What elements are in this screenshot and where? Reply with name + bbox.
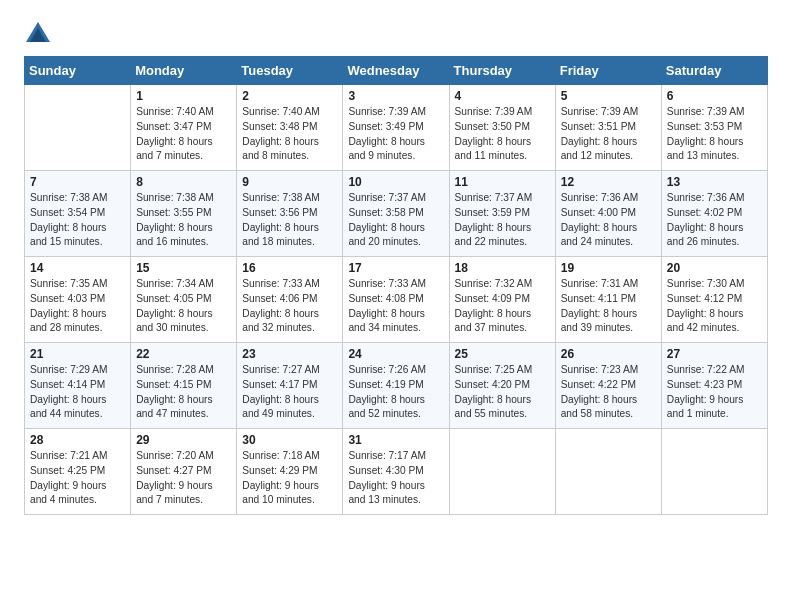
day-number: 31 bbox=[348, 433, 443, 447]
day-info: Sunrise: 7:33 AM Sunset: 4:06 PM Dayligh… bbox=[242, 277, 337, 336]
calendar-cell: 20Sunrise: 7:30 AM Sunset: 4:12 PM Dayli… bbox=[661, 257, 767, 343]
day-info: Sunrise: 7:33 AM Sunset: 4:08 PM Dayligh… bbox=[348, 277, 443, 336]
week-row-5: 28Sunrise: 7:21 AM Sunset: 4:25 PM Dayli… bbox=[25, 429, 768, 515]
day-number: 29 bbox=[136, 433, 231, 447]
calendar-cell: 26Sunrise: 7:23 AM Sunset: 4:22 PM Dayli… bbox=[555, 343, 661, 429]
day-number: 5 bbox=[561, 89, 656, 103]
calendar-cell: 2Sunrise: 7:40 AM Sunset: 3:48 PM Daylig… bbox=[237, 85, 343, 171]
day-info: Sunrise: 7:39 AM Sunset: 3:50 PM Dayligh… bbox=[455, 105, 550, 164]
day-info: Sunrise: 7:26 AM Sunset: 4:19 PM Dayligh… bbox=[348, 363, 443, 422]
day-number: 26 bbox=[561, 347, 656, 361]
days-header-row: SundayMondayTuesdayWednesdayThursdayFrid… bbox=[25, 57, 768, 85]
calendar-table: SundayMondayTuesdayWednesdayThursdayFrid… bbox=[24, 56, 768, 515]
calendar-cell: 25Sunrise: 7:25 AM Sunset: 4:20 PM Dayli… bbox=[449, 343, 555, 429]
day-number: 11 bbox=[455, 175, 550, 189]
day-info: Sunrise: 7:39 AM Sunset: 3:53 PM Dayligh… bbox=[667, 105, 762, 164]
day-info: Sunrise: 7:20 AM Sunset: 4:27 PM Dayligh… bbox=[136, 449, 231, 508]
day-info: Sunrise: 7:40 AM Sunset: 3:47 PM Dayligh… bbox=[136, 105, 231, 164]
day-info: Sunrise: 7:38 AM Sunset: 3:54 PM Dayligh… bbox=[30, 191, 125, 250]
calendar-cell: 3Sunrise: 7:39 AM Sunset: 3:49 PM Daylig… bbox=[343, 85, 449, 171]
calendar-cell: 15Sunrise: 7:34 AM Sunset: 4:05 PM Dayli… bbox=[131, 257, 237, 343]
week-row-2: 7Sunrise: 7:38 AM Sunset: 3:54 PM Daylig… bbox=[25, 171, 768, 257]
day-number: 12 bbox=[561, 175, 656, 189]
day-info: Sunrise: 7:31 AM Sunset: 4:11 PM Dayligh… bbox=[561, 277, 656, 336]
calendar-cell: 9Sunrise: 7:38 AM Sunset: 3:56 PM Daylig… bbox=[237, 171, 343, 257]
day-header-tuesday: Tuesday bbox=[237, 57, 343, 85]
day-info: Sunrise: 7:35 AM Sunset: 4:03 PM Dayligh… bbox=[30, 277, 125, 336]
logo bbox=[24, 20, 56, 48]
calendar-cell: 21Sunrise: 7:29 AM Sunset: 4:14 PM Dayli… bbox=[25, 343, 131, 429]
day-number: 9 bbox=[242, 175, 337, 189]
day-number: 24 bbox=[348, 347, 443, 361]
day-number: 19 bbox=[561, 261, 656, 275]
calendar-cell: 17Sunrise: 7:33 AM Sunset: 4:08 PM Dayli… bbox=[343, 257, 449, 343]
calendar-cell bbox=[25, 85, 131, 171]
day-header-friday: Friday bbox=[555, 57, 661, 85]
calendar-cell: 12Sunrise: 7:36 AM Sunset: 4:00 PM Dayli… bbox=[555, 171, 661, 257]
day-info: Sunrise: 7:28 AM Sunset: 4:15 PM Dayligh… bbox=[136, 363, 231, 422]
day-info: Sunrise: 7:39 AM Sunset: 3:49 PM Dayligh… bbox=[348, 105, 443, 164]
calendar-cell: 14Sunrise: 7:35 AM Sunset: 4:03 PM Dayli… bbox=[25, 257, 131, 343]
day-info: Sunrise: 7:25 AM Sunset: 4:20 PM Dayligh… bbox=[455, 363, 550, 422]
day-number: 10 bbox=[348, 175, 443, 189]
logo-icon bbox=[24, 20, 52, 48]
header bbox=[24, 20, 768, 48]
day-header-sunday: Sunday bbox=[25, 57, 131, 85]
day-info: Sunrise: 7:30 AM Sunset: 4:12 PM Dayligh… bbox=[667, 277, 762, 336]
day-info: Sunrise: 7:38 AM Sunset: 3:55 PM Dayligh… bbox=[136, 191, 231, 250]
calendar-cell: 11Sunrise: 7:37 AM Sunset: 3:59 PM Dayli… bbox=[449, 171, 555, 257]
calendar-cell: 19Sunrise: 7:31 AM Sunset: 4:11 PM Dayli… bbox=[555, 257, 661, 343]
calendar-cell: 1Sunrise: 7:40 AM Sunset: 3:47 PM Daylig… bbox=[131, 85, 237, 171]
day-header-wednesday: Wednesday bbox=[343, 57, 449, 85]
calendar-cell: 6Sunrise: 7:39 AM Sunset: 3:53 PM Daylig… bbox=[661, 85, 767, 171]
day-info: Sunrise: 7:29 AM Sunset: 4:14 PM Dayligh… bbox=[30, 363, 125, 422]
day-info: Sunrise: 7:18 AM Sunset: 4:29 PM Dayligh… bbox=[242, 449, 337, 508]
day-number: 14 bbox=[30, 261, 125, 275]
calendar-cell: 24Sunrise: 7:26 AM Sunset: 4:19 PM Dayli… bbox=[343, 343, 449, 429]
week-row-3: 14Sunrise: 7:35 AM Sunset: 4:03 PM Dayli… bbox=[25, 257, 768, 343]
day-number: 1 bbox=[136, 89, 231, 103]
calendar-cell: 31Sunrise: 7:17 AM Sunset: 4:30 PM Dayli… bbox=[343, 429, 449, 515]
day-info: Sunrise: 7:37 AM Sunset: 3:59 PM Dayligh… bbox=[455, 191, 550, 250]
day-number: 15 bbox=[136, 261, 231, 275]
day-number: 6 bbox=[667, 89, 762, 103]
day-number: 20 bbox=[667, 261, 762, 275]
calendar-cell: 16Sunrise: 7:33 AM Sunset: 4:06 PM Dayli… bbox=[237, 257, 343, 343]
calendar-cell bbox=[555, 429, 661, 515]
calendar-cell bbox=[449, 429, 555, 515]
calendar-cell bbox=[661, 429, 767, 515]
day-header-saturday: Saturday bbox=[661, 57, 767, 85]
week-row-1: 1Sunrise: 7:40 AM Sunset: 3:47 PM Daylig… bbox=[25, 85, 768, 171]
day-info: Sunrise: 7:38 AM Sunset: 3:56 PM Dayligh… bbox=[242, 191, 337, 250]
day-number: 17 bbox=[348, 261, 443, 275]
day-number: 4 bbox=[455, 89, 550, 103]
calendar-cell: 10Sunrise: 7:37 AM Sunset: 3:58 PM Dayli… bbox=[343, 171, 449, 257]
day-number: 23 bbox=[242, 347, 337, 361]
day-number: 22 bbox=[136, 347, 231, 361]
day-number: 28 bbox=[30, 433, 125, 447]
day-header-thursday: Thursday bbox=[449, 57, 555, 85]
day-number: 21 bbox=[30, 347, 125, 361]
day-info: Sunrise: 7:36 AM Sunset: 4:02 PM Dayligh… bbox=[667, 191, 762, 250]
day-number: 25 bbox=[455, 347, 550, 361]
day-number: 27 bbox=[667, 347, 762, 361]
week-row-4: 21Sunrise: 7:29 AM Sunset: 4:14 PM Dayli… bbox=[25, 343, 768, 429]
calendar-cell: 7Sunrise: 7:38 AM Sunset: 3:54 PM Daylig… bbox=[25, 171, 131, 257]
day-number: 16 bbox=[242, 261, 337, 275]
day-number: 13 bbox=[667, 175, 762, 189]
calendar-cell: 30Sunrise: 7:18 AM Sunset: 4:29 PM Dayli… bbox=[237, 429, 343, 515]
calendar-cell: 13Sunrise: 7:36 AM Sunset: 4:02 PM Dayli… bbox=[661, 171, 767, 257]
day-info: Sunrise: 7:27 AM Sunset: 4:17 PM Dayligh… bbox=[242, 363, 337, 422]
day-number: 7 bbox=[30, 175, 125, 189]
day-info: Sunrise: 7:40 AM Sunset: 3:48 PM Dayligh… bbox=[242, 105, 337, 164]
day-info: Sunrise: 7:23 AM Sunset: 4:22 PM Dayligh… bbox=[561, 363, 656, 422]
day-number: 18 bbox=[455, 261, 550, 275]
day-info: Sunrise: 7:32 AM Sunset: 4:09 PM Dayligh… bbox=[455, 277, 550, 336]
day-info: Sunrise: 7:37 AM Sunset: 3:58 PM Dayligh… bbox=[348, 191, 443, 250]
day-number: 2 bbox=[242, 89, 337, 103]
day-info: Sunrise: 7:21 AM Sunset: 4:25 PM Dayligh… bbox=[30, 449, 125, 508]
calendar-cell: 27Sunrise: 7:22 AM Sunset: 4:23 PM Dayli… bbox=[661, 343, 767, 429]
day-info: Sunrise: 7:36 AM Sunset: 4:00 PM Dayligh… bbox=[561, 191, 656, 250]
day-number: 30 bbox=[242, 433, 337, 447]
calendar-cell: 22Sunrise: 7:28 AM Sunset: 4:15 PM Dayli… bbox=[131, 343, 237, 429]
